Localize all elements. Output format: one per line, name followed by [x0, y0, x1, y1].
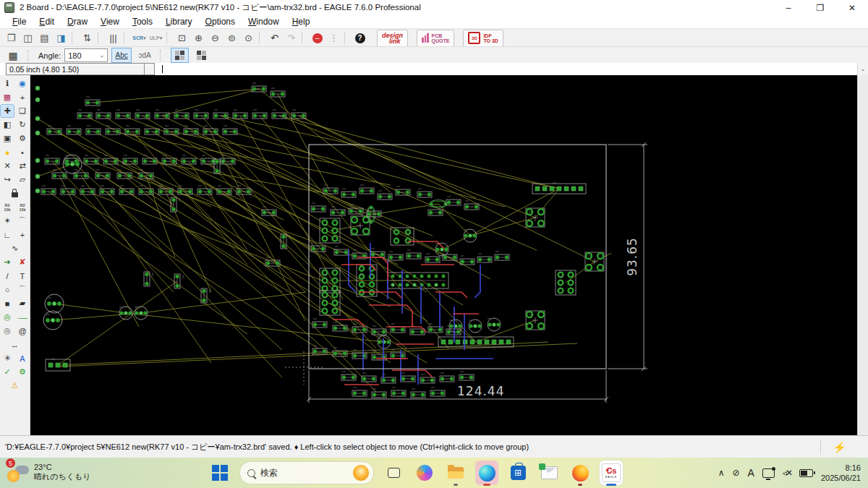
split-wire-icon[interactable]: ∟ [1, 228, 14, 241]
component-pad[interactable] [35, 158, 40, 163]
copilot-button[interactable] [413, 461, 436, 485]
component-r2[interactable] [61, 186, 75, 194]
component-r2[interactable] [495, 252, 509, 260]
component-r2[interactable] [217, 186, 231, 194]
component-r2[interactable] [155, 110, 169, 119]
restore-button[interactable]: ❐ [804, 0, 836, 15]
component-big4[interactable] [351, 216, 370, 235]
component-r2[interactable] [430, 388, 445, 396]
component-r2[interactable] [85, 97, 100, 106]
component-r2[interactable] [460, 256, 475, 265]
component-r2v[interactable] [171, 197, 179, 212]
component-r2[interactable] [182, 155, 196, 164]
component-r2[interactable] [428, 207, 443, 215]
paste-icon[interactable]: ● [1, 146, 14, 158]
component-r2[interactable] [372, 326, 386, 335]
component-pot[interactable] [63, 155, 82, 174]
component-r2[interactable] [464, 201, 479, 210]
menu-item-library[interactable]: Library [159, 17, 199, 27]
component-to92[interactable] [135, 307, 148, 320]
component-r2[interactable] [440, 373, 454, 382]
go-icon[interactable]: ⋮ [326, 30, 342, 46]
angle-select[interactable]: 180 ⌄ [64, 48, 108, 62]
tray-chevron-icon[interactable]: ∧ [718, 468, 725, 478]
rect-icon[interactable]: ■ [1, 297, 14, 309]
replace-icon[interactable]: ▱ [16, 174, 29, 186]
via-icon[interactable]: ◎ [1, 311, 14, 323]
component-r2[interactable] [135, 110, 150, 119]
command-line-input[interactable] [155, 64, 857, 74]
component-r2[interactable] [370, 249, 385, 257]
rotate-icon[interactable]: ↻ [16, 119, 29, 131]
component-r2[interactable] [425, 254, 440, 262]
erc-icon[interactable]: ✓ [1, 366, 14, 378]
component-r2[interactable] [116, 110, 130, 119]
component-r2[interactable] [391, 388, 406, 396]
minimize-button[interactable]: – [773, 0, 804, 15]
run-script-button[interactable]: SCR▾ [131, 30, 148, 46]
component-r2[interactable] [420, 374, 435, 383]
lock-icon[interactable] [8, 187, 21, 200]
help-icon[interactable]: ? [352, 30, 368, 46]
component-r2[interactable] [45, 155, 59, 164]
text-normal-button[interactable]: Abc [111, 48, 132, 63]
task-view-button[interactable] [382, 461, 405, 485]
component-r2[interactable] [125, 126, 140, 134]
component-big4[interactable] [526, 208, 545, 227]
component-r2[interactable] [174, 110, 189, 119]
pcb-quote-button[interactable]: PCBQUOTE [417, 30, 454, 47]
info-icon[interactable]: ℹ [1, 77, 14, 90]
design-link-button[interactable]: designlink [377, 30, 408, 47]
component-r2[interactable] [201, 155, 216, 164]
component-r2[interactable] [323, 185, 338, 194]
component-r2[interactable] [341, 372, 356, 380]
component-r2[interactable] [197, 186, 212, 194]
component-r2[interactable] [372, 389, 386, 398]
display-tray-icon[interactable] [762, 468, 775, 478]
component-r2[interactable] [203, 126, 218, 134]
component-r2[interactable] [77, 110, 92, 119]
component-to92[interactable] [449, 320, 462, 333]
component-r2[interactable] [84, 155, 98, 164]
component-r2[interactable] [334, 247, 349, 255]
component-r2v[interactable] [174, 274, 183, 288]
redo-icon[interactable]: ↷ [283, 30, 299, 46]
component-to92[interactable] [378, 335, 391, 348]
component-r2[interactable] [333, 348, 347, 356]
component-pad[interactable] [35, 189, 40, 193]
component-r2[interactable] [292, 110, 306, 119]
component-r2[interactable] [47, 126, 61, 134]
component-r2[interactable] [477, 254, 492, 262]
component-r2[interactable] [119, 186, 134, 194]
component-r2[interactable] [74, 170, 88, 179]
component-pad[interactable] [35, 98, 40, 102]
component-r2[interactable] [271, 88, 285, 97]
errors-icon[interactable]: ⚠ [8, 380, 21, 392]
autoroute-icon[interactable]: A [16, 352, 29, 364]
firefox-button[interactable] [569, 461, 592, 485]
component-pad[interactable] [35, 131, 40, 135]
layer-settings-icon[interactable]: ||| [105, 30, 122, 46]
component-r2[interactable] [86, 126, 101, 134]
split-icon[interactable]: ↪ [1, 174, 14, 186]
attribute-icon[interactable]: @ [16, 325, 29, 337]
component-r2[interactable] [352, 388, 367, 396]
hole-icon[interactable]: ◎ [1, 325, 14, 337]
component-r2[interactable] [459, 372, 474, 380]
optimize-icon[interactable]: • [16, 146, 29, 158]
component-r2[interactable] [252, 83, 266, 92]
component-r2[interactable] [194, 110, 208, 119]
component-pad[interactable] [35, 174, 40, 179]
pinswap-icon[interactable]: ⇄ [16, 160, 29, 172]
save-icon[interactable]: ◫ [20, 30, 36, 46]
coordinate-mode-box[interactable] [145, 63, 155, 75]
zoom-select-icon[interactable]: ⊜ [224, 30, 240, 46]
pcb-canvas[interactable]: 124.4493.65 [30, 75, 857, 435]
component-hdr3s[interactable] [46, 359, 70, 371]
component-r2[interactable] [341, 189, 356, 197]
component-r2[interactable] [359, 185, 374, 194]
component-r2[interactable] [67, 126, 81, 134]
menu-item-edit[interactable]: Edit [33, 17, 61, 27]
component-r2[interactable] [272, 110, 286, 119]
component-r2[interactable] [446, 197, 461, 205]
